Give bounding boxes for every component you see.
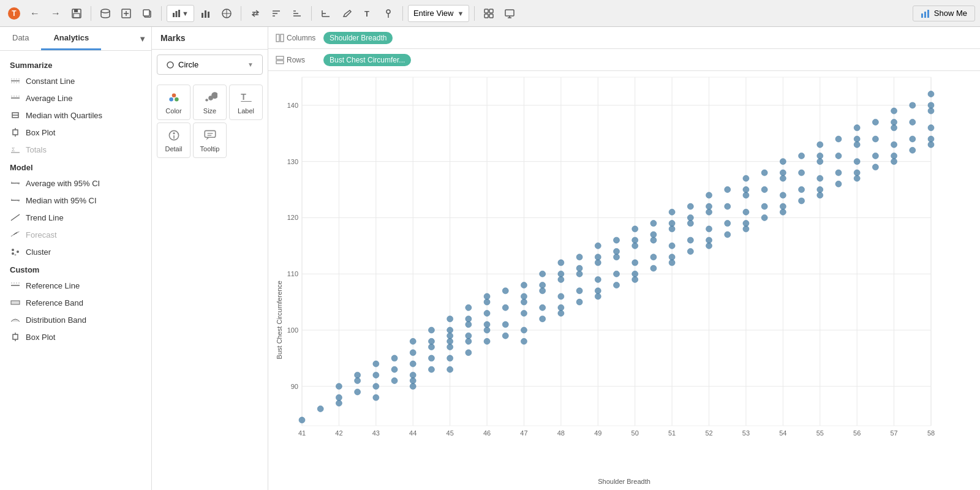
sort-asc-icon[interactable] <box>267 4 285 23</box>
marks-detail-button[interactable]: Detail <box>157 123 190 158</box>
back-button[interactable]: ← <box>26 4 44 23</box>
svg-point-219 <box>632 243 638 249</box>
separator-4 <box>311 6 312 21</box>
svg-point-247 <box>725 203 731 209</box>
item-distribution-band[interactable]: Distribution Band <box>0 311 151 328</box>
svg-text:100: 100 <box>287 326 298 334</box>
rows-pill[interactable]: Bust Chest Circumfer... <box>323 54 411 66</box>
map-icon[interactable] <box>217 4 236 23</box>
svg-point-226 <box>650 254 657 260</box>
svg-point-295 <box>891 153 897 159</box>
svg-point-249 <box>725 232 731 238</box>
item-median-ci[interactable]: Median with 95% CI <box>0 192 151 209</box>
svg-point-263 <box>780 209 786 215</box>
sort-desc-icon[interactable] <box>288 4 306 23</box>
svg-point-141 <box>355 372 361 378</box>
new-sheet-icon[interactable] <box>117 4 135 23</box>
item-cluster[interactable]: Cluster <box>0 243 151 260</box>
item-trend-line[interactable]: Trend Line <box>0 209 151 226</box>
svg-point-287 <box>872 136 878 142</box>
svg-point-176 <box>484 310 490 316</box>
svg-point-223 <box>632 271 638 277</box>
svg-point-186 <box>521 299 527 305</box>
item-average-line[interactable]: Average Line <box>0 89 151 107</box>
svg-point-212 <box>595 288 601 294</box>
marks-label-button[interactable]: T Label <box>229 85 263 120</box>
item-average-ci[interactable]: Average with 95% CI <box>0 175 151 192</box>
item-constant-line[interactable]: Constant Line <box>0 72 151 89</box>
svg-point-159 <box>428 338 434 344</box>
svg-point-197 <box>558 276 564 282</box>
svg-point-199 <box>558 310 564 316</box>
bar-chart-icon[interactable] <box>197 4 215 23</box>
item-median-quartiles[interactable]: Median with Quartiles <box>0 107 151 124</box>
data-source-icon[interactable] <box>96 4 115 23</box>
svg-text:53: 53 <box>742 429 750 437</box>
tabs-bar: Data Analytics ▼ <box>0 27 151 51</box>
tab-data[interactable]: Data <box>0 27 41 50</box>
svg-rect-35 <box>489 14 493 18</box>
svg-text:58: 58 <box>927 429 935 437</box>
svg-point-230 <box>669 226 675 232</box>
item-reference-band[interactable]: Reference Band <box>0 294 151 311</box>
svg-point-156 <box>410 378 416 384</box>
svg-text:90: 90 <box>291 383 298 390</box>
svg-point-284 <box>854 136 860 142</box>
show-me-button[interactable]: Show Me <box>913 6 975 21</box>
tab-analytics[interactable]: Analytics <box>41 27 101 50</box>
svg-text:44: 44 <box>409 429 417 437</box>
svg-point-181 <box>502 288 508 294</box>
item-reference-line[interactable]: Reference Line <box>0 277 151 294</box>
svg-point-259 <box>761 214 767 221</box>
svg-point-262 <box>780 192 786 198</box>
svg-point-137 <box>317 405 323 412</box>
svg-point-243 <box>706 243 712 249</box>
annotation-icon[interactable] <box>337 4 356 23</box>
svg-point-264 <box>780 170 786 176</box>
svg-point-187 <box>521 310 527 316</box>
svg-point-205 <box>576 299 582 305</box>
view-dropdown[interactable]: Entire View ▼ <box>408 5 469 22</box>
svg-point-225 <box>650 237 657 243</box>
svg-point-231 <box>669 243 675 249</box>
y-axis-label: Bust Chest Circumference <box>276 281 283 359</box>
marks-size-button[interactable]: Size <box>193 85 227 120</box>
chart-type-dropdown[interactable]: ▼ <box>167 5 194 22</box>
swap-icon[interactable] <box>246 4 265 23</box>
marks-type-dropdown[interactable]: Circle ▼ <box>157 55 263 75</box>
svg-text:43: 43 <box>372 429 380 437</box>
svg-point-59 <box>17 251 19 253</box>
label-icon[interactable] <box>317 4 335 23</box>
svg-point-168 <box>447 366 453 372</box>
svg-point-185 <box>521 282 527 288</box>
svg-point-285 <box>854 170 860 176</box>
svg-point-250 <box>743 175 749 181</box>
item-box-plot-custom[interactable]: Box Plot <box>0 328 151 345</box>
save-button[interactable] <box>67 4 86 23</box>
svg-point-279 <box>835 181 842 187</box>
svg-point-68 <box>172 93 176 97</box>
svg-point-71 <box>205 99 208 101</box>
present-icon[interactable] <box>500 4 519 23</box>
svg-rect-79 <box>205 130 215 137</box>
svg-point-183 <box>502 322 508 328</box>
summarize-title: Summarize <box>0 56 151 72</box>
fix-axes-icon[interactable] <box>480 4 498 23</box>
forward-button[interactable]: → <box>47 4 65 23</box>
marks-panel: Marks Circle ▼ Color <box>152 27 268 490</box>
svg-point-196 <box>558 260 564 266</box>
svg-point-153 <box>410 361 416 367</box>
svg-text:110: 110 <box>287 270 298 277</box>
svg-point-299 <box>910 147 916 153</box>
duplicate-icon[interactable] <box>138 4 156 23</box>
svg-point-179 <box>484 293 490 300</box>
svg-point-215 <box>614 271 620 277</box>
svg-rect-36 <box>505 10 514 16</box>
marks-tooltip-button[interactable]: Tooltip <box>193 123 227 158</box>
pin-icon[interactable] <box>379 4 398 23</box>
tabs-arrow[interactable]: ▼ <box>134 27 151 50</box>
item-box-plot-summarize[interactable]: Box Plot <box>0 124 151 141</box>
text-icon[interactable]: T <box>358 4 377 23</box>
marks-color-button[interactable]: Color <box>157 85 190 120</box>
columns-pill[interactable]: Shoulder Breadth <box>323 32 393 44</box>
